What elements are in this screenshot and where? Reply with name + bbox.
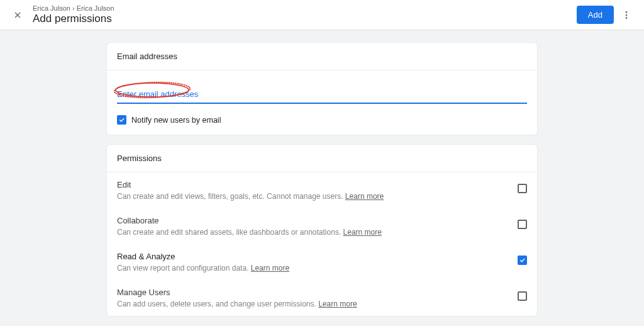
permission-title: Collaborate	[117, 216, 505, 225]
email-card-body: Notify new users by email	[107, 70, 537, 135]
app-header: Erica Julson › Erica Julson Add permissi…	[0, 0, 644, 30]
permission-checkbox-wrap	[518, 288, 527, 303]
check-icon	[118, 116, 125, 123]
svg-point-0	[626, 11, 628, 13]
permission-text: CollaborateCan create and edit shared as…	[117, 216, 518, 237]
permission-row-manage-users: Manage UsersCan add users, delete users,…	[107, 280, 537, 316]
permission-text: Read & AnalyzeCan view report and config…	[117, 252, 518, 273]
permission-title: Edit	[117, 180, 505, 189]
permission-title: Manage Users	[117, 288, 505, 297]
breadcrumb: Erica Julson › Erica Julson	[33, 4, 577, 13]
permission-description: Can create and edit shared assets, like …	[117, 228, 505, 237]
email-input[interactable]	[117, 86, 527, 104]
permission-row-read-analyze: Read & AnalyzeCan view report and config…	[107, 244, 537, 280]
learn-more-link[interactable]: Learn more	[343, 228, 382, 237]
permission-description: Can view report and configuration data. …	[117, 264, 505, 273]
permission-checkbox-wrap	[518, 216, 527, 231]
permission-checkbox-wrap	[518, 252, 527, 266]
add-button[interactable]: Add	[577, 6, 614, 24]
permissions-list: EditCan create and edit views, filters, …	[107, 172, 537, 316]
close-icon	[13, 10, 23, 20]
notify-row[interactable]: Notify new users by email	[117, 115, 527, 125]
permission-checkbox[interactable]	[518, 184, 527, 193]
notify-label: Notify new users by email	[131, 116, 221, 125]
permission-description: Can add users, delete users, and change …	[117, 300, 505, 308]
notify-checkbox[interactable]	[117, 115, 126, 125]
close-button[interactable]	[8, 5, 28, 25]
more-vert-icon	[621, 10, 631, 20]
permission-checkbox[interactable]	[518, 256, 527, 265]
permission-row-edit: EditCan create and edit views, filters, …	[107, 172, 537, 208]
permission-description: Can create and edit views, filters, goal…	[117, 192, 505, 201]
permission-checkbox[interactable]	[518, 220, 527, 229]
svg-point-2	[626, 17, 628, 19]
learn-more-link[interactable]: Learn more	[251, 264, 289, 273]
more-menu-button[interactable]	[616, 5, 636, 25]
permission-text: Manage UsersCan add users, delete users,…	[117, 288, 518, 308]
card-header-email: Email addresses	[107, 43, 537, 70]
permission-checkbox[interactable]	[518, 291, 527, 301]
permission-title: Read & Analyze	[117, 252, 505, 261]
content-area: Email addresses Notify new users by emai…	[0, 30, 644, 326]
permission-text: EditCan create and edit views, filters, …	[117, 180, 518, 201]
svg-point-1	[626, 14, 628, 16]
email-addresses-card: Email addresses Notify new users by emai…	[107, 43, 537, 135]
page-title: Add permissions	[33, 13, 577, 25]
permissions-card: Permissions EditCan create and edit view…	[107, 145, 537, 316]
permission-checkbox-wrap	[518, 180, 527, 195]
title-block: Erica Julson › Erica Julson Add permissi…	[33, 4, 577, 26]
learn-more-link[interactable]: Learn more	[318, 300, 357, 308]
permission-row-collaborate: CollaborateCan create and edit shared as…	[107, 208, 537, 244]
email-input-wrap	[117, 86, 527, 104]
check-icon	[519, 257, 526, 264]
learn-more-link[interactable]: Learn more	[345, 192, 384, 201]
card-header-permissions: Permissions	[107, 145, 537, 172]
